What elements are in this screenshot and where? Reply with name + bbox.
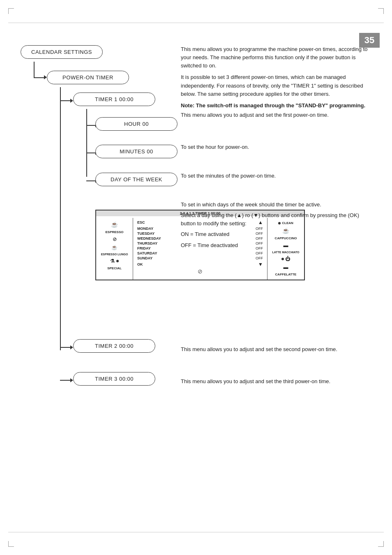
minutes-pill-row: MINUTES 00 xyxy=(95,145,178,158)
intro-bold: Note: The switch-off is managed through … xyxy=(181,102,371,110)
corner-mark-tl xyxy=(8,8,14,14)
hline-bottom xyxy=(8,532,384,532)
timer2-pill-row: TIMER 2 00:00 xyxy=(73,339,155,353)
desc-minutes-text: To set the minutes of the power-on time. xyxy=(181,172,371,180)
v-line-timer1-sub xyxy=(86,109,87,177)
desc-hour-text: To set the hour for power-on. xyxy=(181,143,371,151)
timer1-connector xyxy=(60,99,73,103)
caffelatte-icon: ▬ xyxy=(284,264,288,270)
special-label: SPECIAL xyxy=(107,266,122,270)
timer3-connector xyxy=(60,378,73,382)
desc-timer2: This menu allows you to adjust and set t… xyxy=(181,345,371,356)
clean-icon-left: ⊘ xyxy=(113,236,117,242)
desc-day-off: OFF = Time deactivated xyxy=(181,241,371,250)
desc-timer1: This menu allows you to adjust and set t… xyxy=(181,111,371,122)
timer2-connector xyxy=(60,345,73,349)
power-on-timer-pill: POWER-ON TIMER xyxy=(47,71,129,84)
dot-right-2 xyxy=(281,258,284,260)
caffelatte-label: CAFFELATTE xyxy=(275,273,297,276)
hour-pill: HOUR 00 xyxy=(95,117,178,131)
day-pill: DAY OF THE WEEK xyxy=(95,173,178,186)
special-icon: ⚗ xyxy=(110,258,115,264)
timer1-pill-row: TIMER 1 00:00 xyxy=(73,92,155,106)
circle-icon: ⊘ xyxy=(198,268,203,275)
desc-day: To set in which days of the week should … xyxy=(181,201,371,252)
hline-top xyxy=(8,23,384,23)
ok-label: OK xyxy=(137,262,143,266)
calendar-settings-pill: CALENDAR SETTINGS xyxy=(21,45,103,59)
timer2-pill: TIMER 2 00:00 xyxy=(73,339,155,353)
corner-mark-tr xyxy=(378,8,384,14)
desc-day-p2: Select a day using the (▲) ro (▼) button… xyxy=(181,211,371,228)
power-icon: ⏻ xyxy=(285,256,290,262)
v-line-main xyxy=(60,87,61,350)
calendar-settings-row: CALENDAR SETTINGS xyxy=(21,45,103,59)
desc-timer2-text: This menu allows you to adjust and set t… xyxy=(181,345,371,354)
timer3-pill-row: TIMER 3 00:00 xyxy=(73,372,155,386)
espresso-lungo-label: ESPRESSO LUNGO xyxy=(101,253,128,256)
espresso-icon: ☕ xyxy=(111,221,118,228)
espresso-label: ESPRESSO xyxy=(105,230,123,234)
v-line-cal xyxy=(34,62,35,77)
desc-intro: This menu allows you to programme the ma… xyxy=(181,45,371,112)
machine-left-panel: ☕ ESPRESSO ⊘ ☕ ESPRESSO LUNGO ⚗ SPECIAL xyxy=(96,218,133,280)
timer1-pill: TIMER 1 00:00 xyxy=(73,92,155,106)
desc-timer3-text: This menu allows you to adjust and set t… xyxy=(181,377,371,386)
corner-mark-bl xyxy=(8,541,14,547)
espresso-lungo-icon: ☕ xyxy=(111,245,118,250)
intro-p1: This menu allows you to programme the ma… xyxy=(181,45,371,70)
day-row-sunday: SUNDAYOFF xyxy=(136,256,265,261)
power-on-row: POWER-ON TIMER xyxy=(47,71,129,84)
dot-left-1 xyxy=(116,260,119,262)
desc-day-on: ON = Time activated xyxy=(181,230,371,238)
desc-minutes: To set the minutes of the power-on time. xyxy=(181,172,371,183)
h-line-power xyxy=(34,77,44,78)
desc-timer3: This menu allows you to adjust and set t… xyxy=(181,377,371,388)
hour-pill-row: HOUR 00 xyxy=(95,117,178,131)
minutes-pill: MINUTES 00 xyxy=(95,145,178,158)
down-arrow-icon: ▼ xyxy=(258,261,263,267)
day-pill-row: DAY OF THE WEEK xyxy=(95,173,178,186)
esc-label: ESC xyxy=(137,220,145,224)
intro-p2: It is possible to set 3 different power-… xyxy=(181,73,371,98)
corner-mark-br xyxy=(378,541,384,547)
desc-hour: To set the hour for power-on. xyxy=(181,143,371,154)
arrow-power xyxy=(44,75,47,79)
timer3-pill: TIMER 3 00:00 xyxy=(73,372,155,386)
desc-timer1-text: This menu allows you to adjust and set t… xyxy=(181,111,371,119)
desc-day-p1: To set in which days of the week should … xyxy=(181,201,371,209)
